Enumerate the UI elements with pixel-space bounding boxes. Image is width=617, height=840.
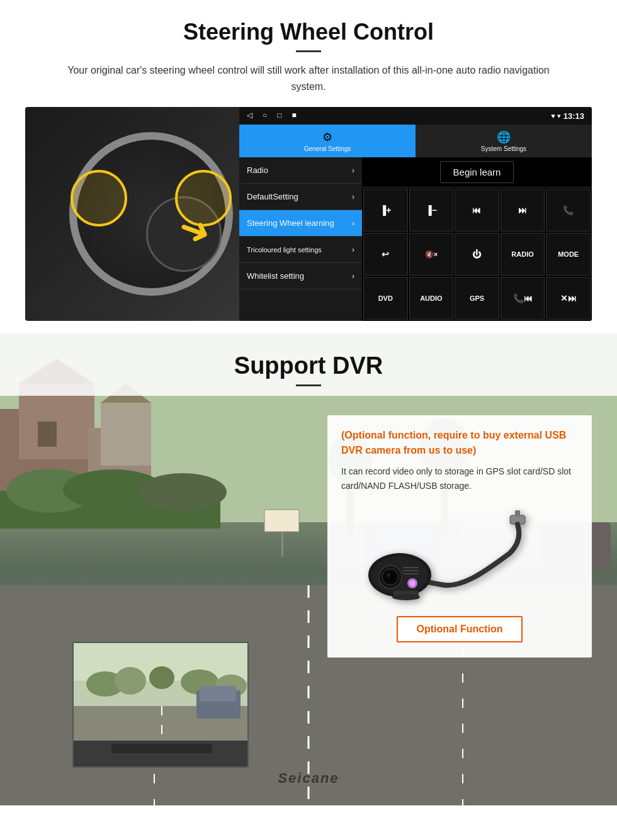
menu-radio-label: Radio [247,165,268,175]
dvr-title-area: Support DVR [0,333,617,396]
ctrl-radio[interactable]: RADIO [501,233,545,276]
dvr-camera-image [341,503,578,616]
svg-rect-28 [515,510,520,517]
menu-item-default-setting[interactable]: DefaultSetting › [239,184,362,210]
svg-point-41 [392,594,420,600]
ctrl-power[interactable]: ⏻ [455,233,499,276]
clock: 13:13 [563,111,584,121]
title-divider [296,50,321,52]
ctrl-prev[interactable]: ⏮ [455,189,499,232]
svg-rect-52 [200,686,236,702]
ctrl-dvd[interactable]: DVD [363,277,408,320]
android-ui-panel: ◁ ○ □ ■ ♥ ▾ 13:13 ⚙ General Settings 🌐 [239,107,592,321]
svg-rect-38 [403,570,419,571]
ctrl-audio[interactable]: AUDIO [409,277,454,320]
steering-wheel-image [44,120,258,308]
svg-rect-6 [101,403,151,466]
dvr-optional-text: (Optional function, require to buy exter… [341,428,578,458]
ctrl-hangup[interactable]: ↩ [363,233,408,276]
status-icons: ♥ ▾ 13:13 [551,111,584,121]
camera-svg [359,509,560,610]
svg-rect-39 [403,573,419,574]
dvr-info-box: (Optional function, require to buy exter… [327,415,592,658]
menu-radio-arrow: › [352,166,354,175]
ctrl-phone[interactable]: 📞 [546,189,591,232]
menu-item-tricoloured[interactable]: Tricoloured light settings › [239,237,362,263]
ctrl-next[interactable]: ⏭ [501,189,545,232]
brand-watermark: Seicane [0,770,617,787]
tab-system-label: System Settings [481,145,526,152]
dvr-description: It can record video only to storage in G… [341,464,578,493]
menu-tricoloured-arrow: › [352,245,354,254]
menu-steering-label: Steering Wheel learning [247,218,334,228]
svg-point-33 [385,572,395,582]
tab-general-label: General Settings [304,145,351,152]
ctrl-mute[interactable]: 🔇× [409,233,454,276]
home-icon[interactable]: ○ [263,111,267,120]
dvr-screenshot-svg [74,643,249,768]
dvr-title: Support DVR [0,352,617,379]
tab-general-settings[interactable]: ⚙ General Settings [239,125,416,157]
recents-icon[interactable]: □ [277,111,281,120]
begin-learn-row: Begin learn [362,157,592,188]
menu-item-radio[interactable]: Radio › [239,157,362,184]
menu-whitelist-arrow: › [352,272,354,281]
ctrl-tel-prev[interactable]: 📞⏮ [501,277,545,320]
svg-rect-25 [264,510,299,532]
svg-point-36 [409,580,416,586]
svg-rect-37 [403,567,419,568]
dvr-screenshot [72,642,249,768]
svg-point-34 [387,573,390,577]
signal-icon: ♥ ▾ [551,112,561,120]
svg-point-46 [149,666,174,689]
svg-point-11 [139,473,227,511]
ctrl-gps[interactable]: GPS [455,277,499,320]
svg-rect-4 [38,422,57,447]
back-icon[interactable]: ◁ [247,111,252,120]
ctrl-vol-up[interactable]: ▐+ [363,189,408,232]
steering-wheel-section: Steering Wheel Control Your original car… [0,0,617,333]
menu-item-steering-wheel[interactable]: Steering Wheel learning › [239,210,362,237]
svg-rect-26 [281,532,283,557]
tab-system-settings[interactable]: 🌐 System Settings [416,125,592,157]
tab-bar: ⚙ General Settings 🌐 System Settings [239,125,592,157]
menu-icon[interactable]: ■ [292,111,297,120]
menu-panel: Radio › DefaultSetting › Steering Wheel … [239,157,362,321]
main-area: Radio › DefaultSetting › Steering Wheel … [239,157,592,321]
menu-steering-arrow: › [352,219,354,228]
menu-whitelist-label: Whitelist setting [247,271,304,281]
ctrl-tel-next[interactable]: ✕⏭ [546,277,591,320]
control-panel: Begin learn ▐+ ▐− ⏮ ⏭ 📞 ↩ 🔇× ⏻ [362,157,592,321]
section-subtitle: Your original car's steering wheel contr… [57,62,560,94]
nav-icons: ◁ ○ □ ■ [247,111,297,120]
begin-learn-button[interactable]: Begin learn [440,161,514,183]
ctrl-mode[interactable]: MODE [546,233,591,276]
globe-icon: 🌐 [497,130,511,144]
page-title: Steering Wheel Control [25,19,592,45]
ctrl-vol-down[interactable]: ▐− [409,189,454,232]
menu-default-label: DefaultSetting [247,192,298,201]
highlight-circle-left [71,170,127,227]
svg-point-45 [115,667,146,695]
menu-tricoloured-label: Tricoloured light settings [247,246,322,254]
menu-default-arrow: › [352,193,354,201]
status-bar: ◁ ○ □ ■ ♥ ▾ 13:13 [239,107,592,125]
svg-rect-54 [111,744,212,753]
menu-item-whitelist[interactable]: Whitelist setting › [239,263,362,289]
control-buttons-grid: ▐+ ▐− ⏮ ⏭ 📞 ↩ 🔇× ⏻ RADIO MODE DVD AUDIO [362,188,592,321]
dvr-section: Support DVR (Optional function, require … [0,333,617,805]
dvr-divider [296,384,321,386]
car-ui-container: ➜ ◁ ○ □ ■ ♥ ▾ 13:13 ⚙ G [25,107,592,321]
optional-function-button[interactable]: Optional Function [397,616,523,642]
settings-icon: ⚙ [322,130,332,144]
